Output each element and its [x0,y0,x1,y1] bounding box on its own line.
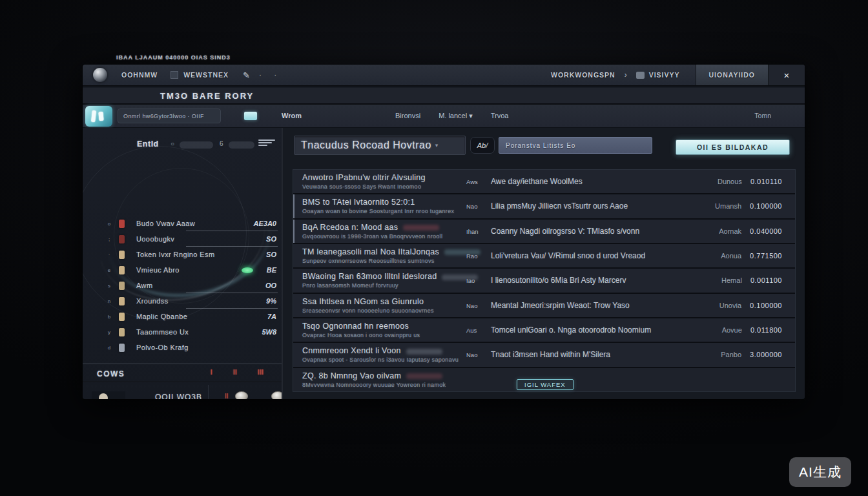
account-tab[interactable]: UIONAYIIDO [696,65,769,85]
coins-mark: III [258,368,264,376]
table-row[interactable]: Tsqo Ognonnad hn reemoos Ovaprac Hooa so… [293,318,795,343]
address-tab[interactable]: Onmrl hw6Gytor3lwoo · OIIF [118,108,221,123]
teal-indicator-icon[interactable] [244,112,257,120]
page-title-box[interactable]: Tnacudus Rocoad Hovtrao ▾ [294,136,466,155]
item-icon [119,328,125,336]
app-tile-icon[interactable] [85,106,112,127]
item-mark: o [105,221,114,227]
signature-icon[interactable]: ✎ [243,70,250,80]
sidebar-item[interactable]: b Maplic Qbanbe 7A [83,309,282,324]
workspace-label[interactable]: WORKWONGSPN [551,71,615,79]
sidebar-item[interactable]: s Awm OO [83,278,282,293]
row-tag: Nao [466,203,477,210]
coin-icon[interactable] [271,391,283,399]
item-label: Vmieuc Abro [136,266,180,274]
user-card[interactable]: OOII WO3B II [83,384,282,399]
nav-links: BironvsiM. lancel ▾Trvoa [395,112,508,120]
menu-item-label[interactable]: WEWSTNEX [183,71,229,79]
sidebar-title: Entld [137,140,159,149]
coins-marks: IIIIII [211,368,264,376]
coins-title: COWS [97,369,125,378]
sidebar-pill[interactable]: ○ [180,141,213,149]
check-balance-button[interactable]: OII ES BILDAKAD [676,140,790,155]
sidebar-pill[interactable]: 6 [229,141,254,149]
row-amount: Panbo 3.000000 [721,351,782,358]
item-mark: s [105,283,114,289]
nav-link[interactable]: Bironvsi [395,112,420,120]
window-title: TM3O BARE RORY [160,91,254,101]
table-row[interactable]: Cnmmreoon Xendt li Voon Ovapnax spoot - … [293,343,795,367]
divider [208,385,209,399]
coins-mark: II [233,368,237,376]
table-row[interactable]: BMS to TAtei Ivtaornito 52:0:1 Ooayan wo… [293,194,795,219]
app-logo-icon [93,68,107,82]
amount-label: Umansh [715,202,741,210]
item-label: Uooobugkv [136,235,174,243]
item-label: Budo Vwav Aaaw [136,220,195,227]
item-mark: · [105,252,114,258]
table-row[interactable]: BqA Rcedoa n: Mood aas Gvqoouvroou is 19… [293,220,795,244]
table-row[interactable]: BWaoing Ran 63moo Illtnl ideslorad Pnro … [293,269,795,293]
item-icon [119,251,125,259]
row-amount: Dunous 0.010110 [718,178,782,185]
sidebar-item[interactable]: o Budo Vwav Aaaw AE3A0 [83,216,282,231]
row-description: Awe day/iethane WoolMes [491,177,583,186]
amount-value: 0.011800 [750,326,782,334]
table-row[interactable]: TM leanegasolli mal Noa IItalJonqas Sunp… [293,244,795,269]
load-more-button[interactable]: IGIL WAFEX [517,379,574,390]
item-label: Token Ivxr Rngino Esm [136,251,215,258]
amount-value: 0.100000 [750,302,782,309]
amount-value: 3.000000 [750,351,782,358]
more-dots-icon[interactable]: · · [259,70,282,79]
item-mark: y [105,329,114,335]
item-icon [119,297,125,305]
filter-icon[interactable] [258,138,275,150]
caret-down-icon: ▾ [435,142,439,149]
pill-mark: 6 [220,140,223,147]
nav-home[interactable]: Wrom [282,112,302,119]
address-tab-text: Onmrl hw6Gytor3lwoo · OIIF [123,113,204,119]
ai-watermark: AI生成 [789,457,851,487]
sidebar-item[interactable]: ; Uooobugkv SO [83,231,282,247]
sidebar-header: Entld ○ 6 [83,137,282,154]
sidebar: Entld ○ 6 o Budo Vwav Aaaw AE3A0 ; Uooob… [83,128,283,399]
item-label: Taaommseo Ux [136,328,189,336]
filter-value: Poranstva Litists Eo [506,142,575,149]
page-title: Tnacudus Rocoad Hovtrao [301,140,431,151]
badge-icon [636,72,645,79]
row-tag: Ihan [466,228,479,235]
nav-link[interactable]: M. lancel ▾ [439,112,473,120]
title-strip: TM3O BARE RORY [83,88,805,105]
sidebar-item[interactable]: e Vmieuc Abro BE [83,262,282,278]
visor-label[interactable]: VISIVYY [649,71,680,79]
blur-artifact [406,349,442,355]
sidebar-item[interactable]: y Taaommseo Ux 5W8 [83,324,282,340]
table-row[interactable]: Ssa Ihtlsea n NGom sa Giunrulo Sreaseeon… [293,294,795,318]
amount-label: Aovue [722,326,742,334]
nav-right-label[interactable]: Tomn [754,112,771,119]
filter-dropdown[interactable]: Poranstva Litists Eo [499,137,652,154]
close-icon[interactable]: × [769,65,805,85]
row-description: Meantal Jmeori:srpim Weaot: Trow Yaso [491,301,630,310]
amount-label: Dunous [718,178,742,185]
amount-value: 0.001100 [750,276,782,284]
row-description: I lienosutonilito/o 6Mia Bri Asty Marcer… [491,276,626,285]
tool-button[interactable]: Ab/ [470,137,495,154]
sidebar-item[interactable]: · Token Ivxr Rngino Esm SO [83,247,282,262]
chevron-right-icon[interactable]: › [625,70,627,79]
sidebar-item[interactable]: n Xroundss 9% [83,293,282,309]
table-row[interactable]: Anwotro IPabnu'w oltrir Alvsuling Veuwan… [293,170,795,194]
nav-link[interactable]: Trvoa [491,112,509,120]
coin-icon[interactable] [235,391,248,399]
brand-label[interactable]: OOHNMW [121,71,158,79]
menu-square-icon[interactable] [170,71,178,79]
tab-row: Onmrl hw6Gytor3lwoo · OIIF Wrom Bironvsi… [83,105,805,128]
blur-artifact [403,225,439,231]
sidebar-item[interactable]: d Polvo-Ob Krafg [83,340,282,355]
item-count: SO [266,251,276,258]
row-amount: Aornak 0.040000 [719,227,782,235]
row-amount: Aovue 0.011800 [722,326,782,334]
sidebar-items: o Budo Vwav Aaaw AE3A0 ; Uooobugkv SO · … [83,216,282,355]
item-icon [119,344,125,352]
table-row[interactable]: ZQ. 8b Nmnng Vao oilvam 8Mvvvwvna Nomnoo… [293,368,795,391]
